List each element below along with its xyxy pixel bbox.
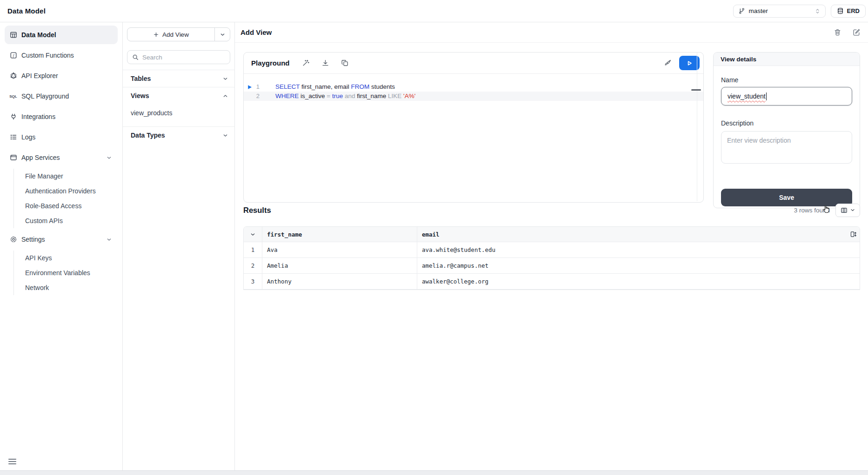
- cell-email: amelia.r@campus.net: [417, 258, 860, 273]
- code-line-1: 1SELECT first_name, email FROM students: [244, 82, 703, 92]
- chevron-down-icon: [850, 207, 855, 213]
- name-value: view_student: [728, 92, 766, 100]
- sql-icon: SQL: [9, 92, 17, 100]
- chevron-down-icon: [222, 132, 228, 139]
- select-all-cell[interactable]: [244, 227, 262, 242]
- editor-scrollbar-track: [697, 53, 697, 201]
- download-sql-icon[interactable]: [321, 59, 329, 67]
- erd-button[interactable]: ERD: [831, 5, 866, 18]
- sidebar-item-environment-variables[interactable]: Environment Variables: [25, 265, 122, 280]
- function-icon: f: [9, 52, 17, 59]
- select-updown-icon: [815, 8, 821, 14]
- add-view-menu-button[interactable]: [214, 28, 230, 41]
- browser-sections: TablesViewsview_productsData Types: [123, 70, 234, 144]
- row-number-cell: 3: [244, 274, 262, 289]
- cell-first-name: Ava: [262, 242, 417, 257]
- sidebar-item-file-manager[interactable]: File Manager: [25, 169, 122, 184]
- git-branch-icon: [738, 7, 745, 14]
- sidebar-item-label: Data Model: [21, 31, 56, 39]
- page-title: Add View: [240, 28, 272, 36]
- clear-editor-icon[interactable]: [664, 59, 672, 67]
- code-text: WHERE is_active = true and first_name LI…: [275, 92, 415, 101]
- cell-first-name: Anthony: [262, 274, 417, 289]
- sidebar-item-data-model[interactable]: Data Model: [5, 26, 118, 44]
- row-count-text: 3 rows found: [794, 207, 830, 214]
- format-sql-icon[interactable]: [302, 59, 310, 67]
- sidebar-item-label: Custom Functions: [21, 52, 74, 59]
- row-number-cell: 1: [244, 242, 262, 257]
- sidebar-item-sql-playground[interactable]: SQLSQL Playground: [5, 87, 118, 106]
- database-icon: [837, 7, 844, 14]
- view-item-view-products[interactable]: view_products: [123, 104, 234, 122]
- editor-scrollbar-thumb[interactable]: [691, 89, 701, 91]
- section-views[interactable]: Views: [123, 87, 234, 104]
- columns-visibility-button[interactable]: [835, 204, 860, 217]
- results-section: Results 3 rows found first_nameemail1Ava…: [243, 202, 860, 290]
- columns-icon: [841, 207, 848, 214]
- sidebar-item-custom-functions[interactable]: fCustom Functions: [5, 46, 118, 65]
- run-line-icon[interactable]: [247, 84, 253, 90]
- column-header-email[interactable]: email: [417, 227, 860, 242]
- results-header-row: first_nameemail: [244, 227, 860, 242]
- sidebar-item-label: API Explorer: [21, 72, 58, 79]
- add-view-button[interactable]: Add View: [127, 28, 214, 41]
- erd-label: ERD: [847, 7, 860, 14]
- row-height-icon[interactable]: [850, 231, 857, 238]
- search-field[interactable]: [127, 50, 230, 64]
- list-icon: [9, 133, 17, 141]
- collapse-sidebar-button[interactable]: [8, 457, 16, 466]
- edit-view-icon[interactable]: [853, 28, 861, 36]
- sidebar-item-label: Settings: [21, 236, 45, 243]
- line-number: 2: [244, 92, 266, 101]
- sidebar-item-network[interactable]: Network: [25, 280, 122, 295]
- spacer: [123, 122, 234, 126]
- app-window: Data Model master: [0, 0, 868, 475]
- chevron-down-icon: [106, 155, 112, 161]
- sidebar-item-role-based-access[interactable]: Role-Based Access: [25, 198, 122, 213]
- sidebar-item-authentication-providers[interactable]: Authentication Providers: [25, 184, 122, 198]
- sidebar-item-label: Logs: [21, 133, 35, 141]
- branch-selector[interactable]: master: [733, 5, 826, 18]
- sidebar-item-api-explorer[interactable]: API Explorer: [5, 66, 118, 85]
- section-label: Data Types: [131, 132, 165, 139]
- sql-editor-panel: Playground: [243, 52, 704, 203]
- results-header: Results 3 rows found: [243, 202, 860, 218]
- section-label: Tables: [131, 75, 151, 82]
- sidebar-item-logs[interactable]: Logs: [5, 128, 118, 146]
- search-icon: [132, 54, 139, 60]
- plug-icon: [9, 113, 17, 121]
- plus-icon: [153, 32, 159, 38]
- branch-name: master: [749, 7, 768, 14]
- sidebar-group-app-services: File ManagerAuthentication ProvidersRole…: [13, 169, 122, 228]
- svg-text:f: f: [13, 53, 14, 58]
- name-input[interactable]: view_student: [721, 87, 852, 106]
- view-details-panel: View details Name view_student Descripti…: [713, 52, 860, 208]
- table-row[interactable]: 1Avaava.white@student.edu: [244, 242, 860, 258]
- sql-editor-content[interactable]: 1SELECT first_name, email FROM students2…: [244, 74, 703, 202]
- bottom-strip: [0, 470, 868, 475]
- name-label: Name: [721, 76, 852, 84]
- description-input[interactable]: [721, 131, 852, 164]
- sidebar-item-settings[interactable]: Settings: [5, 230, 118, 249]
- row-number-cell: 2: [244, 258, 262, 273]
- sidebar-item-integrations[interactable]: Integrations: [5, 107, 118, 126]
- code-text: SELECT first_name, email FROM students: [275, 82, 395, 92]
- section-tables[interactable]: Tables: [123, 70, 234, 87]
- copy-sql-icon[interactable]: [341, 59, 349, 67]
- table-row[interactable]: 2Ameliaamelia.r@campus.net: [244, 258, 860, 274]
- results-title: Results: [243, 206, 271, 215]
- code-line-2: 2WHERE is_active = true and first_name L…: [244, 92, 703, 101]
- search-input[interactable]: [142, 54, 225, 61]
- sidebar-item-custom-apis[interactable]: Custom APIs: [25, 213, 122, 228]
- section-data-types[interactable]: Data Types: [123, 126, 234, 144]
- sidebar-item-api-keys[interactable]: API Keys: [25, 251, 122, 265]
- sidebar-item-label: App Services: [21, 154, 60, 161]
- editor-title: Playground: [251, 59, 290, 67]
- column-header-first-name[interactable]: first_name: [262, 227, 417, 242]
- table-row[interactable]: 3Anthonyawalker@college.org: [244, 274, 860, 290]
- delete-view-icon[interactable]: [834, 28, 841, 36]
- sidebar-item-label: Integrations: [21, 113, 55, 120]
- sidebar-item-app-services[interactable]: App Services: [5, 148, 118, 167]
- cell-email: awalker@college.org: [417, 274, 860, 289]
- add-view-split-button: Add View: [127, 27, 230, 41]
